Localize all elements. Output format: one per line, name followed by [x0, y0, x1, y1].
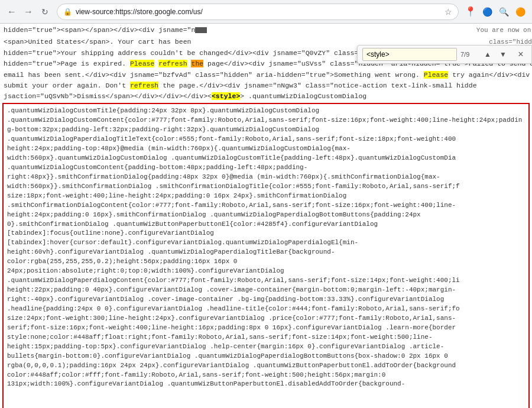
- find-close-button[interactable]: ×: [515, 48, 527, 60]
- nav-buttons: ← → ↻: [5, 5, 52, 19]
- extension-icon3[interactable]: 🟠: [513, 5, 527, 19]
- back-button[interactable]: ←: [5, 5, 19, 19]
- toolbar-icons: 📍 🔵 🔍 🟠: [463, 5, 527, 19]
- extension-icon2[interactable]: 🔍: [497, 5, 511, 19]
- bookmark-icon[interactable]: ☆: [445, 7, 452, 17]
- lock-icon: 🔒: [63, 8, 72, 16]
- url-text: view-source:https://store.google.com/us/: [76, 8, 441, 16]
- top-source-line6: submit your order again. Don't refresh t…: [0, 80, 532, 91]
- extension-icon1[interactable]: 🔵: [480, 5, 494, 19]
- address-bar[interactable]: 🔒 view-source:https://store.google.com/u…: [57, 4, 459, 20]
- source-code-content: .quantumWizDialogCustomTitle{padding:24p…: [7, 106, 525, 408]
- reload-button[interactable]: ↻: [38, 5, 52, 19]
- forward-button[interactable]: →: [21, 5, 35, 19]
- top-source-line1: hidden="true"><span></span></div><div js…: [0, 24, 532, 37]
- profile-icon[interactable]: 📍: [463, 5, 478, 19]
- find-count: 7/9: [460, 51, 478, 58]
- find-down-button[interactable]: ▼: [497, 48, 509, 60]
- find-up-button[interactable]: ▲: [482, 48, 494, 60]
- source-area: hidden="true"><span></span></div><div js…: [0, 24, 532, 408]
- top-source-line5: email has been sent.</div><div jsname="b…: [0, 70, 532, 80]
- top-source-line7: jsaction="uQSvNb">Dismiss</span></div></…: [0, 91, 532, 102]
- browser-chrome: ← → ↻ 🔒 view-source:https://store.google…: [0, 0, 532, 24]
- find-input[interactable]: [362, 48, 457, 61]
- red-highlight-box: .quantumWizDialogCustomTitle{padding:24p…: [2, 103, 530, 408]
- find-toolbar: 7/9 ▲ ▼ ×: [357, 45, 532, 64]
- page-content: 7/9 ▲ ▼ × hidden="true"><span></span></d…: [0, 24, 532, 408]
